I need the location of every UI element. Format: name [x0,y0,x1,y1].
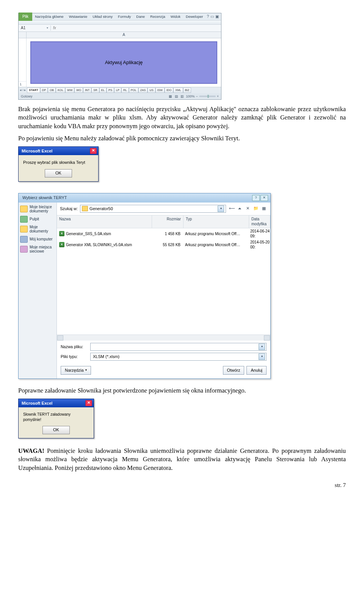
xlsm-icon [59,242,64,247]
col-size[interactable]: Rozmiar [152,215,184,228]
ok-button[interactable]: OK [42,426,70,434]
file-tab[interactable]: Plik [19,13,32,21]
file-open-dialog: Wybierz słownik TERYT ? ✕ Moje bieżące d… [18,193,271,379]
dialog-toolbar: ⟵ ⏶ ✕ 📁 ▦ [228,205,267,212]
sheet-tab[interactable]: PS [107,88,114,93]
tab-review[interactable]: Recenzja [147,14,168,20]
col-date[interactable]: Data modyfika [249,215,270,228]
place-computer[interactable]: Mój komputer [20,236,55,243]
close-icon[interactable]: ✕ [85,400,92,406]
filename-input[interactable]: ▾ [90,343,267,351]
row-headers: 1 [19,38,27,87]
col-name[interactable]: Nazwa [57,215,152,228]
view-icons[interactable]: ▦ ▤ ▥ [169,94,185,99]
tab-layout[interactable]: Układ strony [90,14,115,20]
help-icon[interactable]: ? [207,14,209,19]
chevron-down-icon[interactable]: ▾ [259,353,265,360]
ribbon: Plik Narzędzia główne Wstawianie Układ s… [19,13,221,20]
sheet-tab[interactable]: DP [40,88,48,93]
zoom-plus-icon[interactable]: + [217,94,219,99]
open-button[interactable]: Otwórz [223,366,245,375]
filetype-combo[interactable]: XLSM (*.xlsm)▾ [90,353,267,361]
sheet-tab[interactable]: ZAS [138,88,148,93]
excel-screenshot: Plik Narzędzia główne Wstawianie Układ s… [18,13,221,100]
titlebar: Wybierz słownik TERYT ? ✕ [19,193,270,203]
sheet-tab[interactable]: RL [121,88,129,93]
sheet-tab[interactable]: OB [48,88,56,93]
sheet-tab[interactable]: BIZ [183,88,191,93]
horizontal-scrollbar[interactable] [57,335,270,341]
ok-button[interactable]: OK [45,169,72,177]
page-number: str. 7 [18,481,346,489]
sheet-tab[interactable]: WO [74,88,83,93]
sheet-tab[interactable]: WW [65,88,74,93]
sheet-tab[interactable]: US [147,88,155,93]
places-bar: Moje bieżące dokumenty Pulpit Moje dokum… [19,203,57,379]
fx-icon[interactable]: fx [51,25,58,31]
title: Microsoft Excel [22,401,52,406]
sheet-tab[interactable]: START [27,88,40,93]
zoom-minus-icon[interactable]: − [196,94,198,99]
worksheet-tabs: ◂‹›▸ START DP OB KOL WW WO INT SR EL PS … [19,87,221,93]
tools-button[interactable]: Narzędzia▾ [61,366,91,375]
chevron-down-icon[interactable]: ▾ [47,26,48,30]
name-box[interactable]: A1▾ [19,25,51,31]
tab-formulas[interactable]: Formuły [115,14,133,20]
sheet-tab[interactable]: INT [83,88,91,93]
zoom-slider[interactable] [199,96,216,97]
delete-icon[interactable]: ✕ [244,205,251,212]
xlsm-icon [59,231,64,236]
up-icon[interactable]: ⏶ [236,205,243,212]
column-headers: Nazwa Rozmiar Typ Data modyfika [57,215,270,228]
file-row[interactable]: Generator XML SLOWNIKI_v5.0A.xlsm 55 628… [57,239,270,250]
column-header-a[interactable]: A [27,32,221,38]
close-icon[interactable]: ✕ [90,148,97,154]
lookin-label: Szukaj w: [60,206,78,212]
views-icon[interactable]: ▦ [260,205,267,212]
filetype-label: Pliki typu: [61,354,87,359]
status-text: Gotowy [21,94,33,99]
title: Microsoft Excel [22,148,52,154]
lookin-combo[interactable]: Generator50 ▾ [80,205,226,213]
back-icon[interactable]: ⟵ [228,205,235,212]
place-network[interactable]: Moje miejsca sieciowe [20,245,55,254]
sheet-tab[interactable]: EL [99,88,107,93]
file-list[interactable]: Generator_SIIS_5.0A.xlsm 1 458 KB Arkusz… [57,228,270,335]
zoom-value: 100% [186,94,195,99]
place-mydocs[interactable]: Moje dokumenty [20,225,55,234]
paragraph: Brak pojawienia się menu Generatora po n… [18,105,346,130]
close-icon[interactable]: ✕ [260,195,268,201]
sheet-tab[interactable]: KOL [56,88,65,93]
titlebar: Microsoft Excel ✕ [19,147,98,155]
filename-label: Nazwa pliku: [61,344,87,349]
tab-view[interactable]: Widok [168,14,183,20]
file-row[interactable]: Generator_SIIS_5.0A.xlsm 1 458 KB Arkusz… [57,228,270,239]
place-desktop[interactable]: Pulpit [20,216,55,223]
sheet-tab[interactable]: XML [173,88,183,93]
chevron-down-icon[interactable]: ▾ [259,344,265,350]
newfolder-icon[interactable]: 📁 [252,205,259,212]
window-icon[interactable]: ▣ [215,14,219,19]
msgbox-prompt: Microsoft Excel ✕ Proszę wybrać plik sło… [18,146,99,182]
col-type[interactable]: Typ [184,215,249,228]
tab-developer[interactable]: Deweloper [183,14,206,20]
chevron-down-icon: ▾ [85,368,87,372]
tab-home[interactable]: Narzędzia główne [32,14,66,20]
minimize-ribbon-icon[interactable]: ▭ [210,14,214,19]
help-icon[interactable]: ? [252,195,260,201]
msg-text: Słownik TERYT załadowany pomyślnie! [23,412,89,422]
place-recent[interactable]: Moje bieżące dokumenty [20,205,55,214]
activate-app-button[interactable]: Aktywuj Aplikację [30,41,217,84]
uwaga-label: UWAGA! [18,447,44,454]
tab-nav[interactable]: ◂‹›▸ [19,88,27,93]
sheet-tab[interactable]: ISW [155,88,165,93]
tab-data[interactable]: Dane [133,14,147,20]
sheet-tab[interactable]: LP [114,88,121,93]
tab-insert[interactable]: Wstawianie [66,14,90,20]
sheet-tab[interactable]: SR [91,88,99,93]
sheet-tab[interactable]: IDO [165,88,173,93]
cancel-button[interactable]: Anuluj [246,366,267,375]
chevron-down-icon[interactable]: ▾ [218,206,224,212]
sheet-tab[interactable]: POL [129,88,138,93]
paragraph-uwaga: UWAGA! Pominięcie kroku ładowania Słowni… [18,447,346,472]
